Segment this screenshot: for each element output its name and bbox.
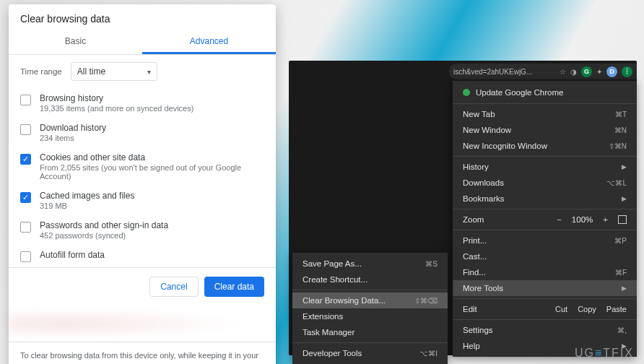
menu-label: Print...: [463, 236, 487, 245]
menu-label: Help: [463, 342, 480, 350]
menu-separator: [453, 230, 637, 230]
menu-label: New Tab: [463, 110, 495, 118]
profile-avatar[interactable]: D: [606, 66, 617, 77]
time-range-label: Time range: [20, 67, 62, 76]
menu-update-chrome[interactable]: Update Google Chrome: [453, 84, 637, 101]
time-range-select[interactable]: All time ▾: [71, 62, 157, 81]
checkbox-cache[interactable]: ✓: [20, 192, 31, 203]
option-subtitle: 452 passwords (synced): [40, 231, 264, 240]
clear-data-button[interactable]: Clear data: [204, 277, 264, 297]
option-title: Download history: [40, 123, 264, 133]
checkbox-passwords[interactable]: [20, 222, 31, 233]
menu-separator: [292, 290, 448, 290]
edit-cut-button[interactable]: Cut: [555, 305, 567, 313]
menu-separator: [453, 209, 637, 209]
update-dot-icon: [463, 89, 470, 96]
menu-print[interactable]: Print... ⌘P: [453, 233, 637, 248]
submenu-developer-tools[interactable]: Developer Tools ⌥⌘I: [292, 345, 448, 361]
option-passwords: Passwords and other sign-in data 452 pas…: [20, 215, 264, 245]
menu-bookmarks[interactable]: Bookmarks ▶: [453, 191, 637, 207]
zoom-value: 100%: [572, 215, 593, 224]
menu-shortcut: ⌘F: [615, 269, 627, 277]
chevron-right-icon: ▶: [622, 163, 627, 170]
dialog-footer: To clear browsing data from this device …: [9, 342, 276, 364]
zoom-in-button[interactable]: +: [600, 215, 611, 224]
submenu-task-manager[interactable]: Task Manager: [292, 324, 448, 340]
menu-shortcut: ⌘T: [615, 110, 627, 118]
option-download-history: Download history 234 items: [20, 118, 264, 147]
option-autofill: Autofill form data: [20, 245, 264, 267]
menu-more-tools[interactable]: More Tools ▶: [453, 280, 637, 296]
more-tools-submenu: Save Page As... ⌘S Create Shortcut... Cl…: [292, 253, 448, 364]
menu-shortcut: ⇧⌘N: [609, 142, 627, 150]
menu-downloads[interactable]: Downloads ⌥⌘L: [453, 175, 637, 191]
zoom-out-button[interactable]: −: [554, 215, 565, 224]
zoom-label: Zoom: [463, 215, 547, 224]
cancel-button[interactable]: Cancel: [149, 277, 198, 297]
tab-basic[interactable]: Basic: [9, 30, 142, 54]
menu-label: More Tools: [463, 284, 503, 292]
submenu-save-page[interactable]: Save Page As... ⌘S: [292, 256, 448, 272]
menu-label: New Incognito Window: [463, 142, 547, 150]
menu-label: History: [463, 162, 489, 171]
watermark-b: TFIX: [603, 347, 634, 359]
footer-text: To clear browsing data from this device …: [20, 351, 258, 364]
menu-shortcut: ⌥⌘I: [419, 350, 438, 358]
chevron-right-icon: ▶: [622, 195, 627, 202]
chrome-main-menu: Update Google Chrome New Tab ⌘T New Wind…: [453, 81, 637, 357]
menu-separator: [292, 342, 448, 343]
option-cookies: ✓ Cookies and other site data From 2,055…: [20, 147, 264, 186]
update-badge-icon[interactable]: ⋮: [622, 66, 632, 77]
watermark: UG≡TFIX: [575, 347, 634, 360]
menu-label: Find...: [463, 268, 486, 277]
option-cache: ✓ Cached images and files 319 MB: [20, 186, 264, 215]
menu-label: Clear Browsing Data...: [303, 296, 386, 305]
watermark-logo-icon: ≡: [595, 347, 603, 359]
submenu-create-shortcut[interactable]: Create Shortcut...: [292, 272, 448, 287]
puzzle-icon[interactable]: ✦: [596, 68, 602, 76]
option-subtitle: From 2,055 sites (you won't be signed ou…: [40, 163, 264, 181]
menu-label: Create Shortcut...: [303, 275, 367, 284]
chevron-down-icon: ▾: [147, 68, 151, 76]
time-range-row: Time range All time ▾: [9, 55, 276, 88]
submenu-clear-browsing-data[interactable]: Clear Browsing Data... ⇧⌘⌫: [292, 292, 448, 308]
time-range-value: All time: [77, 66, 105, 77]
menu-incognito[interactable]: New Incognito Window ⇧⌘N: [453, 138, 637, 154]
chevron-right-icon: ▶: [622, 285, 627, 292]
tab-advanced[interactable]: Advanced: [142, 30, 276, 54]
menu-label: Developer Tools: [303, 349, 362, 358]
option-subtitle: 319 MB: [40, 202, 264, 210]
option-title: Autofill form data: [40, 250, 264, 260]
option-title: Browsing history: [40, 93, 264, 103]
option-title: Cached images and files: [40, 191, 264, 201]
menu-shortcut: ⌘S: [425, 260, 438, 268]
dialog-tabs: Basic Advanced: [9, 30, 276, 55]
menu-shortcut: ⌘N: [614, 126, 627, 134]
menu-separator: [453, 103, 637, 104]
menu-shortcut: ⌥⌘L: [606, 179, 627, 187]
fullscreen-icon[interactable]: [618, 215, 627, 224]
extension-icon[interactable]: G: [581, 66, 592, 77]
submenu-extensions[interactable]: Extensions: [292, 308, 448, 324]
shield-icon[interactable]: ◑: [570, 68, 577, 76]
checkbox-browsing-history[interactable]: [20, 95, 31, 105]
menu-settings[interactable]: Settings ⌘,: [453, 322, 637, 338]
edit-copy-button[interactable]: Copy: [578, 305, 596, 313]
edit-paste-button[interactable]: Paste: [606, 305, 627, 313]
menu-find[interactable]: Find... ⌘F: [453, 264, 637, 280]
star-icon[interactable]: ☆: [560, 68, 566, 76]
option-title: Passwords and other sign-in data: [40, 220, 264, 230]
option-browsing-history: Browsing history 19,335 items (and more …: [20, 88, 264, 118]
menu-history[interactable]: History ▶: [453, 159, 637, 175]
option-subtitle: 234 items: [40, 134, 264, 142]
checkbox-autofill[interactable]: [20, 251, 31, 262]
checkbox-download-history[interactable]: [20, 124, 31, 135]
menu-new-window[interactable]: New Window ⌘N: [453, 122, 637, 138]
menu-label: Task Manager: [303, 328, 354, 337]
menu-edit-row: Edit Cut Copy Paste: [453, 301, 637, 317]
checkbox-cookies[interactable]: ✓: [20, 154, 31, 165]
menu-new-tab[interactable]: New Tab ⌘T: [453, 106, 637, 122]
menu-cast[interactable]: Cast...: [453, 248, 637, 264]
menu-separator: [453, 298, 637, 299]
redacted-area: [9, 306, 276, 342]
